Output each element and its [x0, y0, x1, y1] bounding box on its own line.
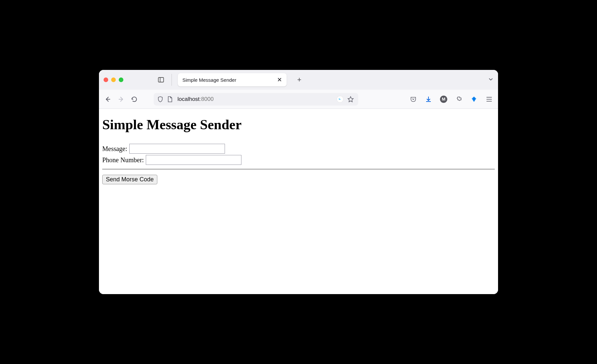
message-label: Message: — [102, 145, 127, 153]
downloads-icon[interactable] — [425, 96, 432, 103]
back-button[interactable] — [104, 96, 111, 103]
tab-bar: Simple Message Sender ✕ + — [99, 70, 498, 90]
url-port: :8000 — [200, 96, 214, 102]
browser-window: Simple Message Sender ✕ + — [99, 70, 498, 294]
shield-icon[interactable] — [158, 96, 164, 102]
tab-title: Simple Message Sender — [182, 77, 236, 83]
new-tab-button[interactable]: + — [297, 76, 301, 83]
account-m-icon[interactable]: M — [440, 96, 447, 103]
minimize-window-button[interactable] — [111, 77, 116, 82]
url-host: localhost — [177, 96, 200, 102]
page-title: Simple Message Sender — [102, 117, 495, 133]
phone-row: Phone Number: — [102, 155, 495, 165]
message-row: Message: — [102, 144, 495, 154]
toolbar-right: M — [410, 96, 493, 103]
phone-input[interactable] — [146, 155, 241, 165]
tabs-list-chevron-icon[interactable] — [488, 76, 493, 83]
gem-extension-icon[interactable] — [470, 96, 478, 103]
svg-rect-0 — [158, 77, 164, 82]
bookmark-star-icon[interactable] — [347, 96, 354, 103]
sidebar-toggle-icon[interactable] — [158, 77, 164, 82]
window-controls — [104, 77, 123, 82]
svg-marker-5 — [348, 97, 353, 102]
forward-button[interactable] — [117, 96, 125, 103]
form-divider — [102, 169, 495, 169]
address-bar[interactable]: localhost:8000 — [154, 93, 358, 106]
reload-button[interactable] — [131, 96, 138, 103]
browser-toolbar: localhost:8000 — [99, 90, 498, 109]
phone-label: Phone Number: — [102, 156, 144, 164]
tab-separator — [172, 74, 172, 86]
menu-icon[interactable] — [486, 96, 493, 103]
page-info-icon[interactable] — [168, 96, 173, 102]
url-text: localhost:8000 — [177, 96, 214, 103]
message-input[interactable] — [129, 144, 225, 154]
browser-tab[interactable]: Simple Message Sender ✕ — [178, 73, 287, 86]
pocket-icon[interactable] — [410, 96, 417, 103]
svg-marker-9 — [473, 97, 475, 102]
tailwind-extension-icon[interactable] — [336, 96, 344, 103]
maximize-window-button[interactable] — [119, 77, 123, 82]
send-morse-code-button[interactable]: Send Morse Code — [102, 175, 157, 184]
close-window-button[interactable] — [104, 77, 108, 82]
close-tab-icon[interactable]: ✕ — [277, 77, 282, 83]
extensions-icon[interactable] — [455, 96, 462, 103]
page-content: Simple Message Sender Message: Phone Num… — [99, 109, 498, 294]
address-bar-actions — [336, 96, 354, 103]
